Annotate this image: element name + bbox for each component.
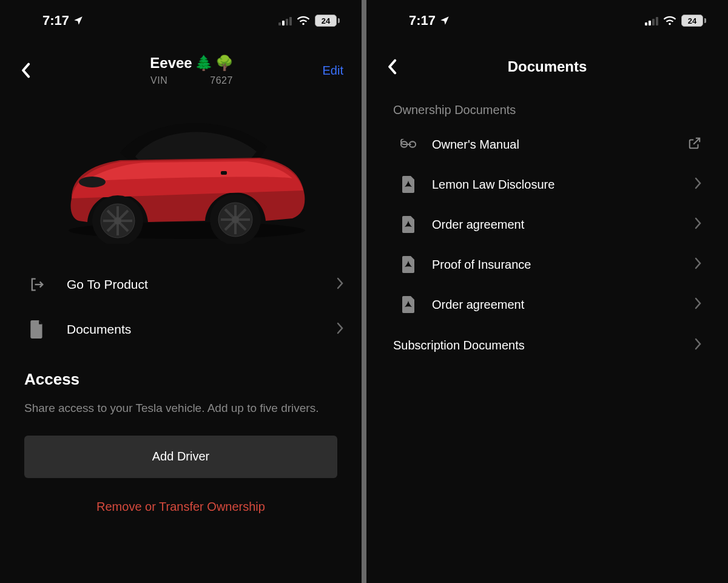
add-driver-button[interactable]: Add Driver [24, 436, 337, 478]
link-icon [400, 135, 416, 153]
cellular-icon [278, 16, 292, 25]
tree-emoji-icon: 🌲 [195, 55, 213, 72]
remove-transfer-ownership-link[interactable]: Remove or Transfer Ownership [0, 482, 362, 532]
pdf-icon [400, 295, 416, 314]
status-time: 7:17 [42, 13, 69, 29]
battery-icon: 24 [315, 15, 340, 27]
vehicle-detail-screen: 7:17 24 Eevee 🌲 🌳 VIN 7627 [0, 0, 362, 583]
vin-tail: 7627 [210, 75, 233, 86]
access-heading: Access [0, 352, 362, 395]
edit-button[interactable]: Edit [323, 64, 343, 78]
row-label: Documents [67, 322, 315, 337]
access-subtext: Share access to your Tesla vehicle. Add … [0, 395, 362, 432]
chevron-right-icon [694, 338, 701, 352]
header: Documents [366, 36, 728, 85]
page-title: Documents [403, 58, 713, 75]
subscription-documents-row[interactable]: Subscription Documents [366, 325, 728, 366]
vin-label: VIN [150, 75, 167, 86]
document-icon [28, 320, 46, 339]
back-button[interactable] [381, 56, 403, 78]
vehicle-image [0, 92, 362, 262]
status-bar: 7:17 24 [366, 0, 728, 36]
doc-label: Order agreement [432, 218, 678, 232]
row-label: Go To Product [67, 277, 315, 292]
documents-screen: 7:17 24 Documents Ownership Documents Ow… [366, 0, 728, 583]
external-link-icon [688, 136, 701, 152]
back-button[interactable] [15, 59, 36, 81]
doc-label: Proof of Insurance [432, 258, 678, 272]
chevron-right-icon [694, 257, 701, 272]
status-time: 7:17 [409, 13, 436, 29]
doc-row-proof-of-insurance[interactable]: Proof of Insurance [366, 244, 728, 285]
svg-point-1 [79, 177, 106, 187]
row-label: Subscription Documents [393, 339, 682, 352]
chevron-right-icon [336, 277, 343, 292]
doc-row-order-agreement[interactable]: Order agreement [366, 204, 728, 244]
go-to-product-row[interactable]: Go To Product [0, 262, 362, 307]
exit-icon [28, 275, 46, 294]
battery-icon: 24 [681, 15, 706, 27]
header: Eevee 🌲 🌳 VIN 7627 Edit [0, 36, 362, 92]
svg-rect-2 [221, 171, 227, 175]
doc-row-order-agreement[interactable]: Order agreement [366, 285, 728, 325]
cellular-icon [645, 16, 658, 25]
documents-row[interactable]: Documents [0, 307, 362, 352]
wifi-icon [297, 15, 310, 26]
doc-label: Owner's Manual [432, 138, 672, 152]
location-icon [73, 15, 84, 26]
svg-point-9 [114, 217, 121, 224]
pdf-icon [400, 255, 416, 274]
doc-row-owners-manual[interactable]: Owner's Manual [366, 124, 728, 164]
wifi-icon [663, 15, 676, 26]
doc-label: Lemon Law Disclosure [432, 178, 678, 192]
chevron-right-icon [694, 177, 701, 192]
status-bar: 7:17 24 [0, 0, 362, 36]
doc-label: Order agreement [432, 298, 678, 312]
chevron-right-icon [694, 217, 701, 232]
chevron-right-icon [336, 322, 343, 337]
pdf-icon [400, 215, 416, 234]
vehicle-name: Eevee 🌲 🌳 [150, 55, 233, 72]
doc-row-lemon-law[interactable]: Lemon Law Disclosure [366, 164, 728, 204]
location-icon [439, 15, 450, 26]
pdf-icon [400, 175, 416, 194]
svg-point-16 [232, 216, 239, 223]
chevron-right-icon [694, 297, 701, 312]
tree-emoji-icon: 🌳 [215, 55, 234, 72]
ownership-documents-heading: Ownership Documents [366, 85, 728, 124]
